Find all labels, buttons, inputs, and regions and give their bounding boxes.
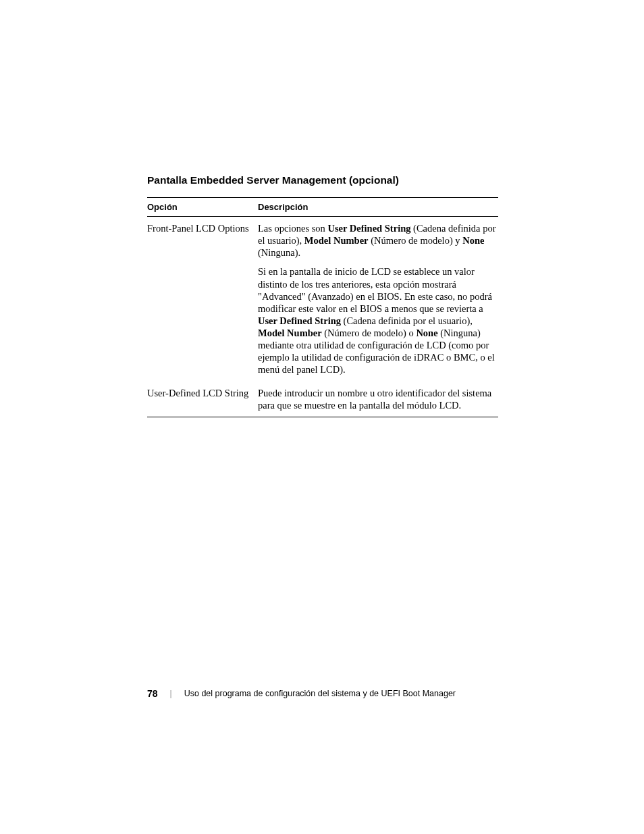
bold-term: None: [416, 328, 437, 338]
page-number: 78: [147, 688, 158, 699]
footer-divider: |: [170, 689, 172, 698]
header-opcion: Opción: [147, 198, 258, 217]
desc-text: (Número de modelo) o: [322, 328, 417, 338]
opcion-cell: User-Defined LCD String: [147, 382, 258, 417]
desc-text: Si en la pantalla de inicio de LCD se es…: [258, 266, 492, 313]
section-title: Pantalla Embedded Server Management (opc…: [147, 174, 498, 186]
table-row: User-Defined LCD String Puede introducir…: [147, 382, 498, 417]
desc-text: (Número de modelo) y: [369, 235, 463, 246]
desc-text: (Ninguna).: [258, 247, 300, 258]
bold-term: None: [462, 235, 484, 246]
page-footer: 78 | Uso del programa de configuración d…: [147, 688, 498, 699]
options-table: Opción Descripción Front-Panel LCD Optio…: [147, 197, 498, 417]
descripcion-cell: Puede introducir un nombre u otro identi…: [258, 382, 498, 417]
table-row: Front-Panel LCD Options Las opciones son…: [147, 217, 498, 382]
bold-term: User Defined String: [258, 315, 341, 326]
footer-text: Uso del programa de configuración del si…: [184, 689, 456, 698]
desc-text: (Cadena definida por el usuario),: [341, 315, 473, 326]
header-descripcion: Descripción: [258, 198, 498, 217]
bold-term: Model Number: [304, 235, 369, 246]
table-header-row: Opción Descripción: [147, 198, 498, 217]
opcion-cell: Front-Panel LCD Options: [147, 217, 258, 382]
bold-term: User Defined String: [328, 223, 411, 234]
description-block-2: Si en la pantalla de inicio de LCD se es…: [258, 265, 498, 375]
desc-text: Las opciones son: [258, 223, 328, 234]
description-block-1: Las opciones son User Defined String (Ca…: [258, 222, 498, 259]
bold-term: Model Number: [258, 328, 322, 338]
descripcion-cell: Las opciones son User Defined String (Ca…: [258, 217, 498, 382]
